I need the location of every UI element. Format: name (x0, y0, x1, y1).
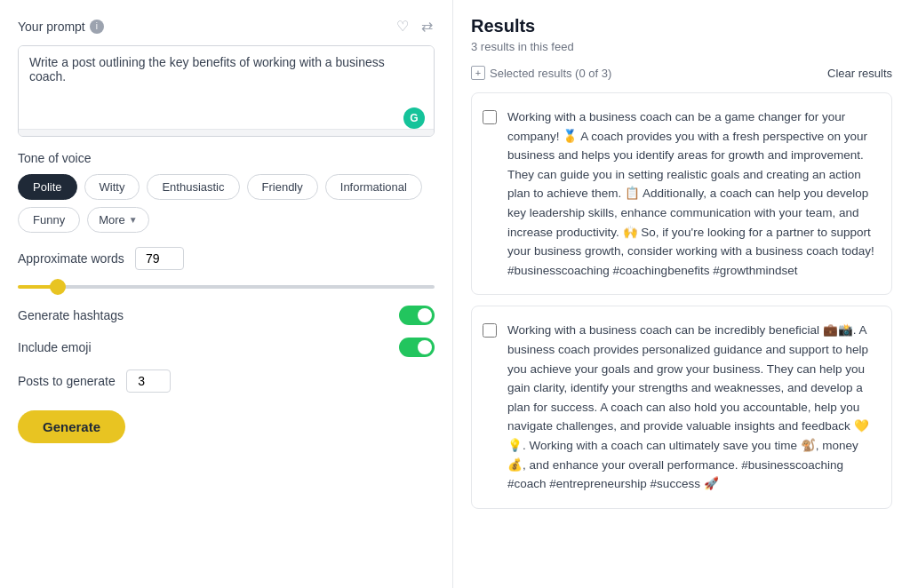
words-slider[interactable] (18, 285, 435, 289)
clear-results-button[interactable]: Clear results (827, 67, 892, 80)
result-card-1: Working with a business coach can be a g… (471, 92, 892, 295)
result-text-1: Working with a business coach can be a g… (507, 107, 877, 280)
tone-buttons-row2: Funny More ▼ (18, 207, 435, 233)
horizontal-scrollbar (19, 129, 434, 136)
left-panel: Your prompt i ♡ ⇄ G Tone of voice Polite… (0, 0, 453, 588)
results-toolbar: + Selected results (0 of 3) Clear result… (471, 66, 892, 80)
approx-words-row: Approximate words (18, 247, 435, 270)
prompt-title-row: Your prompt i (18, 20, 104, 34)
results-count: 3 results in this feed (471, 40, 892, 53)
posts-input[interactable] (126, 369, 171, 393)
favorite-button[interactable]: ♡ (395, 16, 411, 36)
chevron-down-icon: ▼ (129, 215, 138, 225)
emoji-toggle-row: Include emoji (18, 338, 435, 357)
result-checkbox-1[interactable] (483, 110, 497, 124)
prompt-header: Your prompt i ♡ ⇄ (18, 16, 435, 36)
posts-row: Posts to generate (18, 369, 435, 393)
info-icon[interactable]: i (90, 20, 104, 34)
right-panel: Results 3 results in this feed + Selecte… (453, 0, 910, 588)
shuffle-button[interactable]: ⇄ (419, 16, 435, 36)
tone-friendly[interactable]: Friendly (247, 174, 318, 200)
tone-enthusiastic[interactable]: Enthusiastic (147, 174, 239, 200)
more-label: More (99, 213, 125, 226)
results-title: Results (471, 16, 892, 36)
result-checkbox-2[interactable] (483, 323, 497, 338)
grammarly-icon[interactable]: G (403, 107, 425, 129)
tone-funny[interactable]: Funny (18, 207, 80, 233)
emoji-label: Include emoji (18, 340, 92, 354)
tone-buttons-row: Polite Witty Enthusiastic Friendly Infor… (18, 174, 435, 200)
selected-label: Selected results (0 of 3) (490, 67, 611, 80)
select-all-button[interactable]: + Selected results (0 of 3) (471, 66, 611, 80)
prompt-textarea-wrapper: G (18, 45, 435, 137)
plus-icon: + (471, 66, 485, 80)
posts-label: Posts to generate (18, 374, 116, 388)
header-icons: ♡ ⇄ (395, 16, 435, 36)
result-card-2: Working with a business coach can be inc… (471, 306, 892, 508)
tone-informational[interactable]: Informational (325, 174, 422, 200)
prompt-textarea[interactable] (19, 46, 434, 126)
prompt-label: Your prompt (18, 20, 85, 34)
tone-polite[interactable]: Polite (18, 174, 77, 200)
hashtags-toggle[interactable] (399, 306, 435, 325)
tone-label: Tone of voice (18, 151, 435, 165)
hashtags-toggle-row: Generate hashtags (18, 306, 435, 325)
tone-witty[interactable]: Witty (84, 174, 140, 200)
more-tones-button[interactable]: More ▼ (87, 207, 149, 233)
generate-button[interactable]: Generate (18, 410, 125, 443)
hashtags-label: Generate hashtags (18, 308, 124, 322)
approx-label: Approximate words (18, 251, 124, 266)
approx-words-input[interactable] (135, 247, 184, 270)
emoji-toggle[interactable] (399, 338, 435, 357)
slider-wrapper (18, 277, 435, 291)
result-text-2: Working with a business coach can be inc… (507, 321, 877, 493)
